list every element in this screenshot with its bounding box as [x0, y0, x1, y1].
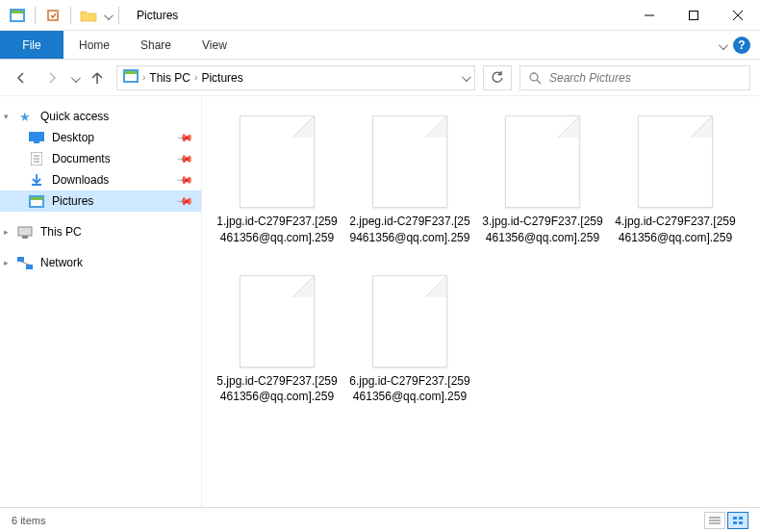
svg-rect-30: [733, 517, 737, 519]
documents-icon: [29, 151, 44, 166]
search-box[interactable]: [519, 65, 750, 90]
content-area: ▾ ★ Quick access Desktop 📌 Documents 📌 D…: [0, 96, 760, 507]
sidebar-item-label: Network: [40, 256, 83, 269]
help-button[interactable]: ?: [733, 37, 750, 54]
file-tab[interactable]: File: [0, 31, 63, 59]
sidebar-item-label: Documents: [52, 152, 111, 165]
sidebar-network[interactable]: ▸ Network: [0, 252, 201, 273]
addressbar: › This PC › Pictures: [0, 60, 760, 96]
icons-view-button[interactable]: [727, 512, 748, 529]
file-thumbnail: [240, 275, 315, 367]
item-count: 6 items: [12, 515, 45, 526]
tab-view[interactable]: View: [187, 31, 242, 59]
svg-line-26: [21, 262, 29, 265]
file-thumbnail: [505, 115, 580, 208]
pin-icon: 📌: [175, 170, 193, 189]
properties-icon[interactable]: [43, 6, 63, 25]
chevron-down-icon[interactable]: ▾: [4, 112, 9, 121]
sidebar-this-pc[interactable]: ▸ This PC: [0, 221, 201, 242]
sidebar-item-downloads[interactable]: Downloads 📌: [0, 169, 201, 190]
svg-rect-32: [733, 521, 737, 524]
file-item[interactable]: 4.jpg.id-C279F237.[259461356@qq.com].259: [614, 115, 737, 246]
file-name: 2.jpeg.id-C279F237.[259461356@qq.com].25…: [348, 214, 471, 246]
svg-rect-22: [18, 227, 32, 236]
up-button[interactable]: [86, 66, 109, 89]
search-icon: [528, 71, 542, 85]
svg-rect-21: [31, 197, 42, 200]
app-icon: [8, 6, 27, 25]
svg-rect-13: [29, 132, 44, 141]
sidebar-item-label: Desktop: [52, 131, 94, 144]
file-thumbnail: [372, 115, 447, 208]
quick-access-toolbar: Pictures: [0, 6, 178, 25]
svg-rect-14: [34, 141, 39, 143]
titlebar: Pictures: [0, 0, 760, 31]
svg-rect-5: [690, 11, 698, 19]
close-button[interactable]: [716, 0, 760, 31]
sidebar-item-label: Pictures: [52, 194, 93, 208]
tab-share[interactable]: Share: [125, 31, 187, 59]
file-name: 3.jpg.id-C279F237.[259461356@qq.com].259: [481, 214, 604, 246]
svg-rect-3: [48, 11, 58, 20]
forward-button[interactable]: [40, 66, 63, 89]
downloads-icon: [29, 172, 44, 188]
svg-rect-25: [26, 265, 33, 269]
file-item[interactable]: 1.jpg.id-C279F237.[259461356@qq.com].259: [215, 115, 339, 246]
search-input[interactable]: [549, 71, 742, 85]
file-name: 1.jpg.id-C279F237.[259461356@qq.com].259: [215, 214, 339, 246]
maximize-button[interactable]: [671, 0, 716, 31]
minimize-button[interactable]: [627, 0, 671, 31]
ribbon-expand-icon[interactable]: [719, 37, 725, 54]
computer-icon: [17, 224, 33, 240]
star-icon: ★: [17, 109, 33, 124]
chevron-right-icon[interactable]: ›: [194, 72, 197, 83]
window-title: Pictures: [137, 9, 178, 22]
network-icon: [17, 255, 33, 270]
sidebar-item-documents[interactable]: Documents 📌: [0, 148, 201, 169]
navigation-pane: ▾ ★ Quick access Desktop 📌 Documents 📌 D…: [0, 96, 202, 507]
breadcrumb[interactable]: › This PC › Pictures: [116, 65, 475, 90]
pictures-icon: [29, 193, 44, 209]
sidebar-item-desktop[interactable]: Desktop 📌: [0, 127, 201, 148]
tab-home[interactable]: Home: [63, 31, 125, 59]
sidebar-quick-access[interactable]: ▾ ★ Quick access: [0, 106, 201, 127]
file-thumbnail: [638, 115, 713, 208]
view-switcher: [704, 512, 748, 529]
qat-dropdown-icon[interactable]: [104, 7, 111, 24]
folder-icon[interactable]: [79, 6, 98, 25]
chevron-right-icon[interactable]: ›: [142, 72, 145, 83]
svg-rect-10: [125, 71, 137, 74]
breadcrumb-item[interactable]: This PC: [149, 71, 190, 85]
chevron-right-icon[interactable]: ▸: [4, 258, 9, 267]
file-item[interactable]: 2.jpeg.id-C279F237.[259461356@qq.com].25…: [348, 115, 471, 246]
refresh-button[interactable]: [483, 65, 512, 90]
file-thumbnail: [240, 115, 315, 208]
sidebar-item-label: Downloads: [52, 173, 109, 187]
svg-point-11: [530, 73, 538, 81]
file-item[interactable]: 6.jpg.id-C279F237.[259461356@qq.com].259: [348, 275, 471, 406]
file-name: 5.jpg.id-C279F237.[259461356@qq.com].259: [215, 373, 339, 406]
chevron-right-icon[interactable]: ▸: [4, 227, 9, 237]
pin-icon: 📌: [175, 128, 193, 146]
pictures-bc-icon: [123, 69, 139, 86]
file-item[interactable]: 5.jpg.id-C279F237.[259461356@qq.com].259: [215, 275, 339, 406]
ribbon: File Home Share View ?: [0, 31, 760, 60]
file-item[interactable]: 3.jpg.id-C279F237.[259461356@qq.com].259: [481, 115, 604, 246]
pin-icon: 📌: [175, 149, 193, 167]
file-thumbnail: [372, 275, 447, 367]
svg-rect-24: [17, 257, 24, 262]
back-button[interactable]: [10, 66, 33, 89]
sidebar-item-pictures[interactable]: Pictures 📌: [0, 190, 201, 212]
svg-rect-2: [12, 11, 23, 13]
chevron-down-icon[interactable]: [462, 71, 469, 85]
file-name: 4.jpg.id-C279F237.[259461356@qq.com].259: [614, 214, 737, 246]
svg-line-12: [537, 80, 541, 84]
svg-rect-23: [22, 236, 28, 239]
file-name: 6.jpg.id-C279F237.[259461356@qq.com].259: [348, 373, 471, 406]
svg-rect-33: [739, 521, 743, 524]
breadcrumb-item[interactable]: Pictures: [201, 71, 242, 85]
file-pane[interactable]: 1.jpg.id-C279F237.[259461356@qq.com].259…: [202, 96, 760, 507]
details-view-button[interactable]: [704, 512, 725, 529]
recent-dropdown-icon[interactable]: [71, 69, 78, 87]
pin-icon: 📌: [175, 191, 193, 210]
